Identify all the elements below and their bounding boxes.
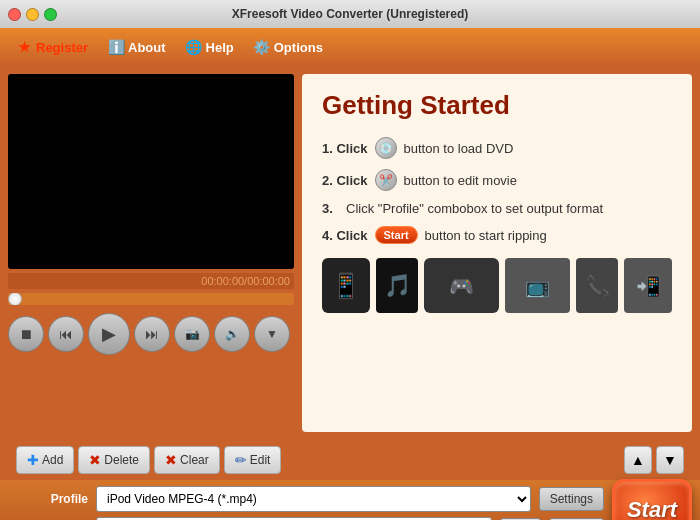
delete-icon: ✖ (89, 452, 101, 468)
step-2-text: button to edit movie (404, 173, 517, 188)
profile-row: Profile iPod Video MPEG-4 (*.mp4) AVI Vi… (8, 486, 604, 512)
clear-button[interactable]: ✖ Clear (154, 446, 220, 474)
about-icon: ℹ️ (108, 39, 124, 55)
step-1-text: button to load DVD (404, 141, 514, 156)
getting-started-list: 1. Click 💿 button to load DVD 2. Click ✂… (322, 137, 672, 244)
help-label: Help (206, 40, 234, 55)
edit-icon: ✏ (235, 452, 247, 468)
delete-button[interactable]: ✖ Delete (78, 446, 150, 474)
delete-label: Delete (104, 453, 139, 467)
options-menu-item[interactable]: ⚙️ Options (246, 35, 331, 59)
close-button[interactable] (8, 8, 21, 21)
profile-select-wrapper: iPod Video MPEG-4 (*.mp4) AVI Video (*.a… (96, 486, 531, 512)
step-3-text: Click "Profile" combobox to set output f… (346, 201, 603, 216)
step-3-num: 3. (322, 201, 342, 216)
cd-icon: 💿 (375, 137, 397, 159)
clear-icon: ✖ (165, 452, 177, 468)
help-menu-item[interactable]: 🌐 Help (178, 35, 242, 59)
step-2-num: 2. Click (322, 173, 368, 188)
right-panel: Getting Started 1. Click 💿 button to loa… (302, 74, 692, 432)
progress-bar[interactable] (8, 293, 294, 305)
step-2: 2. Click ✂️ button to edit movie (322, 169, 672, 191)
play-button[interactable]: ▶ (88, 313, 130, 355)
profile-select[interactable]: iPod Video MPEG-4 (*.mp4) AVI Video (*.a… (96, 486, 531, 512)
settings-button[interactable]: Settings (539, 487, 604, 511)
add-icon: ✚ (27, 452, 39, 468)
phone1-image: 📞 (576, 258, 618, 313)
step-3: 3. Click "Profile" combobox to set outpu… (322, 201, 672, 216)
iphone-image: 📱 (322, 258, 370, 313)
add-label: Add (42, 453, 63, 467)
move-up-button[interactable]: ▲ (624, 446, 652, 474)
register-label: Register (36, 40, 88, 55)
edit-movie-icon: ✂️ (375, 169, 397, 191)
tv-image: 📺 (505, 258, 570, 313)
add-button[interactable]: ✚ Add (16, 446, 74, 474)
action-buttons-row: ✚ Add ✖ Delete ✖ Clear ✏ Edit ▲ ▼ (8, 440, 692, 480)
step-4-text: button to start ripping (425, 228, 547, 243)
edit-button[interactable]: ✏ Edit (224, 446, 282, 474)
prev-button[interactable]: ⏮ (48, 316, 84, 352)
playback-controls: ⏹ ⏮ ▶ ⏭ 📷 🔊 ▼ (8, 309, 294, 359)
getting-started-title: Getting Started (322, 90, 672, 121)
about-label: About (128, 40, 166, 55)
audio-button[interactable]: 🔊 (214, 316, 250, 352)
options-label: Options (274, 40, 323, 55)
register-icon: ★ (16, 39, 32, 55)
window-controls (8, 8, 57, 21)
progress-handle[interactable] (8, 293, 22, 305)
video-preview (8, 74, 294, 269)
clear-label: Clear (180, 453, 209, 467)
ipod-image: 🎵 (376, 258, 418, 313)
window-title: XFreesoft Video Converter (Unregistered) (232, 7, 469, 21)
snapshot-button[interactable]: 📷 (174, 316, 210, 352)
start-badge: Start (375, 226, 418, 244)
psp-image: 🎮 (424, 258, 499, 313)
start-label: Start (627, 497, 677, 520)
step-1: 1. Click 💿 button to load DVD (322, 137, 672, 159)
left-panel: 00:00:00/00:00:00 ⏹ ⏮ ▶ ⏭ 📷 🔊 ▼ (8, 74, 294, 432)
phone2-image: 📲 (624, 258, 672, 313)
title-bar: XFreesoft Video Converter (Unregistered) (0, 0, 700, 28)
next-button[interactable]: ⏭ (134, 316, 170, 352)
edit-label: Edit (250, 453, 271, 467)
step-4: 4. Click Start button to start ripping (322, 226, 672, 244)
main-content: 00:00:00/00:00:00 ⏹ ⏮ ▶ ⏭ 📷 🔊 ▼ Getting … (0, 66, 700, 440)
move-down-button[interactable]: ▼ (656, 446, 684, 474)
device-images: 📱 🎵 🎮 📺 📞 📲 (322, 258, 672, 313)
time-display: 00:00:00/00:00:00 (8, 273, 294, 289)
settings-ctrl-button[interactable]: ▼ (254, 316, 290, 352)
bottom-bar: Profile iPod Video MPEG-4 (*.mp4) AVI Vi… (0, 480, 700, 520)
action-btn-group: ✚ Add ✖ Delete ✖ Clear ✏ Edit (16, 446, 281, 474)
profile-label: Profile (8, 492, 88, 506)
options-icon: ⚙️ (254, 39, 270, 55)
maximize-button[interactable] (44, 8, 57, 21)
menu-bar: ★ Register ℹ️ About 🌐 Help ⚙️ Options (0, 28, 700, 66)
register-menu-item[interactable]: ★ Register (8, 35, 96, 59)
stop-button[interactable]: ⏹ (8, 316, 44, 352)
help-icon: 🌐 (186, 39, 202, 55)
about-menu-item[interactable]: ℹ️ About (100, 35, 174, 59)
minimize-button[interactable] (26, 8, 39, 21)
start-button[interactable]: Start (612, 479, 692, 520)
step-1-num: 1. Click (322, 141, 368, 156)
step-4-num: 4. Click (322, 228, 368, 243)
